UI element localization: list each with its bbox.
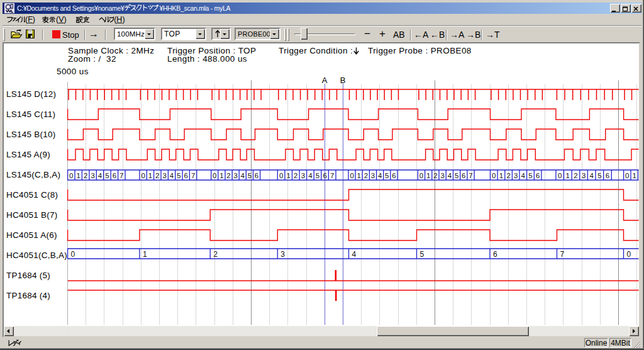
svg-text:HC4051 B(7): HC4051 B(7)	[6, 210, 58, 220]
svg-text:2: 2	[433, 172, 437, 179]
svg-text:2: 2	[506, 172, 510, 179]
svg-text:Trigger Probe : PROBE08: Trigger Probe : PROBE08	[368, 46, 472, 55]
svg-text:6: 6	[392, 172, 396, 179]
svg-text:2: 2	[84, 172, 87, 179]
svg-text:A: A	[322, 76, 328, 85]
svg-text:HC4051(C,B,A): HC4051(C,B,A)	[6, 251, 67, 260]
svg-text:LS145 D(12): LS145 D(12)	[6, 89, 56, 99]
svg-text:1: 1	[426, 172, 430, 179]
svg-text:5: 5	[316, 172, 319, 179]
svg-text:6: 6	[462, 172, 465, 179]
svg-text:LS145 A(9): LS145 A(9)	[6, 150, 50, 159]
svg-text:6: 6	[606, 172, 609, 179]
svg-text:Zoom : / 32: Zoom : / 32	[68, 54, 116, 64]
svg-text:5: 5	[528, 172, 532, 179]
svg-text:B: B	[340, 76, 346, 85]
svg-text:6: 6	[493, 250, 497, 259]
svg-text:5000 us: 5000 us	[57, 67, 89, 76]
svg-text:0: 0	[279, 172, 283, 179]
svg-text:Length : 488.000 us: Length : 488.000 us	[167, 54, 247, 64]
svg-text:4: 4	[170, 172, 174, 179]
svg-text:0: 0	[350, 172, 353, 179]
svg-text:2: 2	[226, 172, 230, 179]
svg-text:3: 3	[582, 172, 586, 179]
svg-text:6: 6	[323, 172, 326, 179]
svg-text:0: 0	[71, 250, 75, 259]
svg-text:6: 6	[184, 172, 188, 179]
svg-text:7: 7	[560, 250, 565, 259]
svg-text:5: 5	[597, 172, 601, 179]
svg-text:2: 2	[574, 172, 577, 179]
svg-text:7: 7	[330, 172, 334, 179]
svg-text:7: 7	[119, 172, 123, 179]
svg-text:6: 6	[536, 172, 540, 179]
svg-text:1: 1	[76, 172, 80, 179]
svg-text:0: 0	[492, 172, 496, 179]
svg-text:1: 1	[148, 172, 152, 179]
svg-text:TP1684 (4): TP1684 (4)	[6, 291, 50, 300]
svg-text:0: 0	[419, 172, 423, 179]
svg-text:3: 3	[91, 172, 94, 179]
svg-text:5: 5	[420, 250, 425, 259]
svg-text:4: 4	[98, 172, 103, 179]
svg-text:LS145 B(10): LS145 B(10)	[6, 130, 56, 139]
svg-text:4: 4	[589, 172, 594, 179]
svg-text:5: 5	[105, 172, 109, 179]
svg-text:HC4051 A(6): HC4051 A(6)	[6, 230, 57, 240]
svg-text:5: 5	[385, 172, 389, 179]
svg-text:6: 6	[255, 172, 258, 179]
svg-text:3: 3	[514, 172, 518, 179]
svg-text:7: 7	[191, 172, 195, 179]
svg-text:2: 2	[364, 172, 368, 179]
svg-text:0: 0	[141, 172, 145, 179]
svg-text:LS145 C(11): LS145 C(11)	[6, 110, 55, 119]
svg-text:4: 4	[378, 172, 382, 179]
svg-text:4: 4	[308, 172, 313, 179]
svg-text:1: 1	[566, 172, 570, 179]
svg-text:0: 0	[69, 172, 73, 179]
svg-text:3: 3	[440, 172, 444, 179]
svg-text:3: 3	[162, 172, 166, 179]
svg-text:5: 5	[177, 172, 180, 179]
svg-text:4: 4	[521, 172, 526, 179]
svg-text:HC4051 C(8): HC4051 C(8)	[6, 190, 58, 200]
svg-text:2: 2	[213, 250, 218, 259]
svg-text:1: 1	[632, 172, 636, 179]
svg-text:3: 3	[371, 172, 375, 179]
svg-text:2: 2	[155, 172, 159, 179]
svg-text:4: 4	[352, 250, 357, 259]
svg-text:5: 5	[455, 172, 458, 179]
svg-text:0: 0	[627, 250, 631, 259]
svg-text:0: 0	[625, 172, 629, 179]
svg-text:6: 6	[113, 172, 116, 179]
svg-text:2: 2	[294, 172, 297, 179]
svg-text:1: 1	[143, 250, 147, 259]
svg-text:TP1684 (5): TP1684 (5)	[6, 271, 50, 280]
svg-text:7: 7	[469, 172, 472, 179]
svg-text:3: 3	[233, 172, 237, 179]
svg-text:4: 4	[448, 172, 452, 179]
svg-text:5: 5	[248, 172, 252, 179]
svg-text:1: 1	[357, 172, 360, 179]
svg-text:0: 0	[558, 172, 562, 179]
svg-text:1: 1	[499, 172, 503, 179]
svg-text:1: 1	[286, 172, 290, 179]
svg-text:3: 3	[301, 172, 305, 179]
svg-text:1: 1	[219, 172, 223, 179]
svg-text:LS145(C,B,A): LS145(C,B,A)	[6, 170, 60, 179]
svg-text:4: 4	[241, 172, 245, 179]
svg-text:Trigger Condition :: Trigger Condition :	[279, 46, 353, 55]
svg-text:0: 0	[213, 172, 216, 179]
svg-text:3: 3	[280, 250, 285, 259]
